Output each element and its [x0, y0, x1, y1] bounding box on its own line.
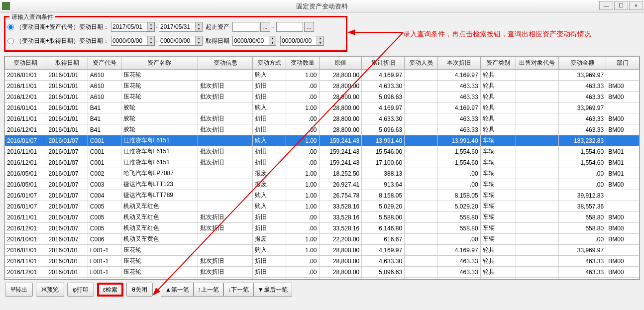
- date2-from-field[interactable]: ▲▼: [111, 36, 155, 46]
- cell: 2016/11/01: [5, 113, 46, 124]
- cell: 报废: [253, 168, 286, 179]
- table-row[interactable]: 2016/05/012016/01/07C002哈飞汽车粤LP7087报废1.0…: [5, 168, 640, 179]
- cell: 2016/01/01: [5, 245, 46, 256]
- cell: 折旧: [253, 124, 286, 135]
- table-row[interactable]: 2016/01/012016/01/01A610压花轮购入1.0028,800.…: [5, 70, 640, 81]
- cell: [405, 179, 438, 190]
- col-6[interactable]: 变动数量: [286, 57, 319, 70]
- export-button[interactable]: Ψ转出: [5, 283, 33, 297]
- cell: 22,200.00: [319, 234, 362, 245]
- table-row[interactable]: 2016/10/012016/01/07C006机动叉车黄色报废1.0022,2…: [5, 234, 640, 245]
- close-button[interactable]: ×: [629, 1, 643, 10]
- last-record-button[interactable]: ▼最后一笔: [253, 283, 292, 297]
- table-row[interactable]: 2016/11/012016/01/01B41胶轮批次折旧折旧.0028,800…: [5, 113, 640, 124]
- maximize-button[interactable]: ☐: [614, 1, 628, 10]
- table-row[interactable]: 2016/01/072016/01/07C004捷达汽车粤LTT789购入1.0…: [5, 190, 640, 201]
- col-5[interactable]: 变动方式: [253, 57, 286, 70]
- cell: 2016/12/01: [5, 223, 46, 234]
- radio-option-1[interactable]: （变动日期+资产代号）变动日期：: [7, 23, 109, 31]
- cell: BM00: [606, 234, 640, 245]
- col-8[interactable]: 累计折旧: [362, 57, 405, 70]
- minimize-button[interactable]: —: [599, 1, 613, 10]
- cell: [516, 92, 559, 103]
- date1-to-field[interactable]: ▲▼: [159, 22, 203, 32]
- table-row[interactable]: 2016/01/012016/01/01L001-1压花轮购入1.0028,80…: [5, 245, 640, 256]
- cell: 2016/10/01: [5, 234, 46, 245]
- table-row[interactable]: 2016/12/012016/01/07C005机动叉车红色批次折旧折旧.003…: [5, 223, 640, 234]
- table-row[interactable]: 2016/01/012016/01/01B41胶轮购入1.0028,800.00…: [5, 103, 640, 113]
- radio-1-input[interactable]: [7, 24, 14, 30]
- col-10[interactable]: 本次折旧: [437, 57, 480, 70]
- col-4[interactable]: 变动信息: [198, 57, 253, 70]
- date2-to-field[interactable]: ▲▼: [159, 36, 203, 46]
- cell: 2016/01/01: [46, 81, 88, 92]
- acq-to-field[interactable]: ▲▼: [280, 36, 324, 46]
- radio-2-input[interactable]: [7, 38, 14, 44]
- spinner-icon[interactable]: ▲▼: [147, 22, 154, 31]
- cell: [516, 157, 559, 168]
- col-7[interactable]: 原值: [319, 57, 362, 70]
- col-14[interactable]: 部门: [606, 57, 640, 70]
- table-row[interactable]: 2016/11/012016/01/01L001-1压花轮批次折旧折旧.0028…: [5, 256, 640, 267]
- date1-to-input[interactable]: [159, 23, 195, 30]
- spinner-icon[interactable]: ▲▼: [195, 22, 202, 31]
- cell: 胶轮: [121, 103, 198, 113]
- table-row[interactable]: 2016/11/012016/01/07C005机动叉车红色批次折旧折旧.003…: [5, 212, 640, 223]
- date1-from-input[interactable]: [111, 23, 147, 30]
- table-row[interactable]: 2016/12/012016/01/01A610压花轮批次折旧折旧.0028,8…: [5, 92, 640, 103]
- table-row[interactable]: 2016/01/072016/01/07C001江淮货车粤L6151购入1.00…: [5, 135, 640, 146]
- cell: [516, 256, 559, 267]
- close-form-button[interactable]: θ关闭: [126, 283, 153, 297]
- table-row[interactable]: 2016/12/012016/01/01L001-1压花轮批次折旧折旧.0028…: [5, 267, 640, 278]
- col-12[interactable]: 出售对象代号: [516, 57, 559, 70]
- cell: .00: [437, 168, 480, 179]
- asset-to-input[interactable]: [276, 22, 303, 32]
- col-11[interactable]: 资产类别: [480, 57, 516, 70]
- acq-from-field[interactable]: ▲▼: [232, 36, 276, 46]
- cell: 13,991.40: [362, 135, 405, 146]
- spinner-icon[interactable]: ▲▼: [195, 36, 202, 45]
- next-record-button[interactable]: ↓下一笔: [223, 283, 253, 297]
- cell: 轮具: [480, 70, 516, 81]
- spinner-icon[interactable]: ▲▼: [147, 36, 154, 45]
- table-row[interactable]: 2016/11/012016/01/01A610压花轮批次折旧折旧.0028,8…: [5, 81, 640, 92]
- table-row[interactable]: 2016/12/012016/01/01B41胶轮批次折旧折旧.0028,800…: [5, 124, 640, 135]
- search-button[interactable]: ε检索: [97, 283, 123, 297]
- spinner-icon[interactable]: ▲▼: [317, 36, 323, 45]
- col-9[interactable]: 变动人员: [405, 57, 438, 70]
- prev-record-button[interactable]: ↑上一笔: [194, 283, 223, 297]
- preview-button[interactable]: Ж预览: [36, 283, 64, 297]
- cell: 5,096.63: [362, 267, 405, 278]
- col-1[interactable]: 取得日期: [46, 57, 88, 70]
- data-grid[interactable]: 变动日期取得日期资产代号资产名称变动信息变动方式变动数量原值累计折旧变动人员本次…: [4, 56, 640, 280]
- first-record-button[interactable]: ▲第一笔: [161, 283, 194, 297]
- cell: [405, 81, 438, 92]
- asset-to-lookup-button[interactable]: ...: [304, 22, 314, 32]
- cell: 折旧: [253, 81, 286, 92]
- acq-from-input[interactable]: [233, 37, 269, 44]
- date2-from-input[interactable]: [111, 37, 147, 44]
- asset-from-lookup-button[interactable]: ...: [260, 22, 270, 32]
- col-3[interactable]: 资产名称: [121, 57, 198, 70]
- table-row[interactable]: 2016/12/012016/01/07C001江淮货车粤L6151批次折旧折旧…: [5, 157, 640, 168]
- radio-option-2[interactable]: （变动日期+取得日期）变动日期：: [7, 37, 109, 45]
- cell: [198, 168, 253, 179]
- col-0[interactable]: 变动日期: [5, 57, 46, 70]
- cell: 1.00: [286, 179, 319, 190]
- table-row[interactable]: 2016/11/012016/01/07C001江淮货车粤L6151批次折旧折旧…: [5, 146, 640, 157]
- cell: BM00: [606, 124, 640, 135]
- spinner-icon[interactable]: ▲▼: [269, 36, 276, 45]
- print-button[interactable]: φ打印: [67, 283, 94, 297]
- acq-to-input[interactable]: [281, 37, 317, 44]
- date2-to-input[interactable]: [159, 37, 195, 44]
- cell: .00: [286, 267, 319, 278]
- table-row[interactable]: 2016/05/012016/01/07C003捷达汽车粤LTT123报废1.0…: [5, 179, 640, 190]
- table-row[interactable]: 2016/01/072016/01/07C005机动叉车红色购入1.0033,5…: [5, 201, 640, 212]
- cell: A610: [88, 70, 121, 81]
- cell: 2016/12/01: [5, 92, 46, 103]
- date1-from-field[interactable]: ▲▼: [111, 22, 155, 32]
- col-2[interactable]: 资产代号: [88, 57, 121, 70]
- col-13[interactable]: 变动金额: [558, 57, 606, 70]
- asset-from-input[interactable]: [232, 22, 259, 32]
- cell: 车辆: [480, 146, 516, 157]
